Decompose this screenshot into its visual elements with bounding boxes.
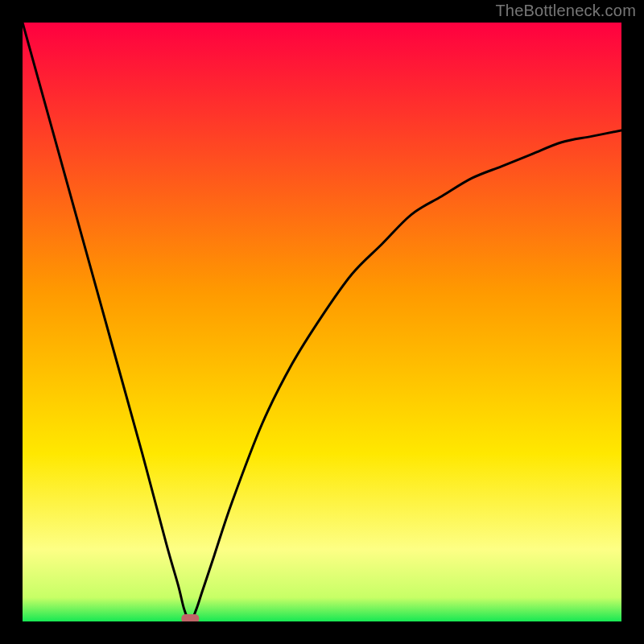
chart-container: TheBottleneck.com	[0, 0, 644, 644]
minimum-marker	[181, 614, 199, 621]
watermark-text: TheBottleneck.com	[495, 2, 636, 20]
chart-svg	[23, 23, 621, 621]
gradient-background	[23, 23, 621, 621]
plot-area	[23, 23, 621, 621]
